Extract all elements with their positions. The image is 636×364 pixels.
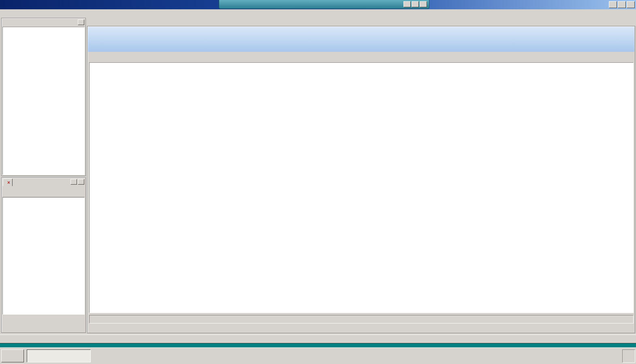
lock-icon xyxy=(227,2,233,7)
booking-float-button[interactable] xyxy=(78,179,84,185)
results-grid xyxy=(89,62,634,313)
booking-toolbar xyxy=(2,187,85,197)
pin-icon[interactable] xyxy=(221,2,227,7)
maximize-button[interactable] xyxy=(618,1,626,8)
results-header xyxy=(88,27,634,52)
app-window: × xyxy=(0,0,636,343)
menu-bar xyxy=(0,9,636,17)
main-panel xyxy=(87,26,635,333)
header-actions xyxy=(634,27,634,52)
system-tray xyxy=(622,349,635,363)
search-time-status xyxy=(89,315,634,324)
rdp-connection-bar[interactable] xyxy=(219,0,429,9)
restore-icon xyxy=(79,180,83,184)
booking-collapse-button[interactable] xyxy=(70,179,77,185)
rdp-restore-button[interactable] xyxy=(412,1,419,7)
minimize-icon xyxy=(405,2,409,6)
restore-icon xyxy=(413,2,417,6)
booking-contents-panel: × xyxy=(1,177,86,333)
rdp-minimize-button[interactable] xyxy=(403,1,411,7)
booking-contents-header: × xyxy=(2,178,85,187)
window-controls xyxy=(609,1,635,8)
booking-panel-controls xyxy=(70,179,84,185)
app-status-bar xyxy=(0,334,636,343)
rdp-controls xyxy=(403,1,427,7)
app-icon xyxy=(2,2,7,8)
minimize-icon xyxy=(611,3,615,7)
sidebar-tree xyxy=(2,27,85,175)
taskbar-task-button[interactable] xyxy=(27,349,91,362)
minimize-button[interactable] xyxy=(609,1,617,8)
sidebar-panel xyxy=(1,18,86,176)
close-icon xyxy=(629,3,633,7)
maximize-icon xyxy=(620,3,624,7)
building-icon xyxy=(92,30,107,48)
collapse-icon xyxy=(72,180,76,184)
task-app-icon xyxy=(29,353,35,359)
windows-logo-icon xyxy=(3,353,9,359)
booking-tab-close-icon[interactable]: × xyxy=(7,181,10,185)
booking-contents-tab[interactable]: × xyxy=(3,179,13,186)
sidebar-header xyxy=(2,18,85,26)
booking-list xyxy=(2,197,85,315)
start-button[interactable] xyxy=(1,349,24,362)
sidebar-collapse-button[interactable] xyxy=(78,19,84,25)
close-button[interactable] xyxy=(627,1,635,8)
taskbar xyxy=(0,347,636,364)
rdp-close-button[interactable] xyxy=(420,1,427,7)
collapse-icon xyxy=(79,20,83,24)
close-icon xyxy=(421,2,425,6)
